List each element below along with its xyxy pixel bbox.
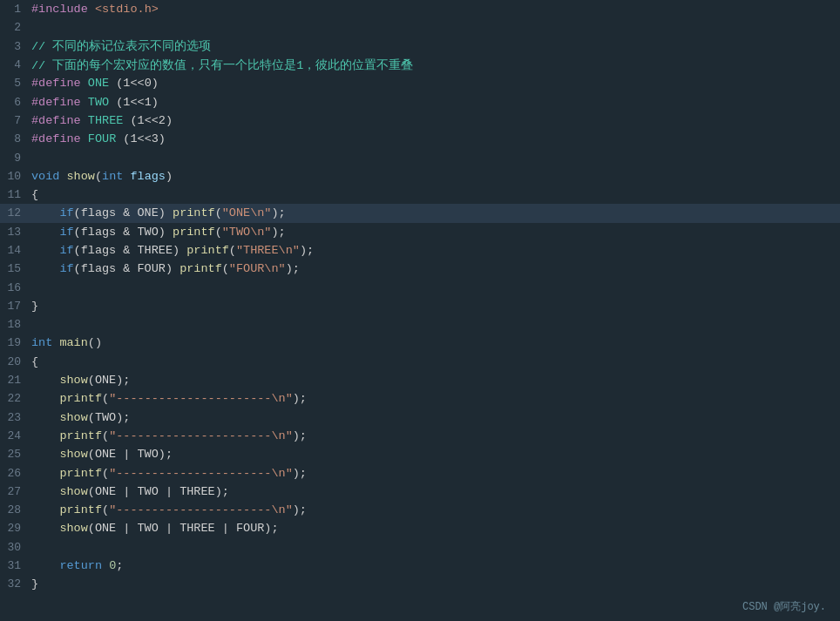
- line-number: 5: [0, 77, 31, 90]
- code-line: 20{: [0, 353, 840, 371]
- line-content: #define FOUR (1<<3): [31, 132, 166, 145]
- code-line: 3// 不同的标记位表示不同的选项: [0, 37, 840, 56]
- line-content: [31, 541, 38, 554]
- code-line: 14 if(flags & THREE) printf("THREE\n");: [0, 241, 840, 260]
- line-number: 30: [0, 541, 31, 554]
- line-number: 13: [0, 226, 31, 239]
- line-content: [31, 318, 38, 331]
- line-content: printf("----------------------\n");: [31, 392, 307, 405]
- code-line: 17}: [0, 297, 840, 315]
- line-number: 27: [0, 485, 31, 498]
- line-number: 19: [0, 336, 31, 349]
- code-line: 24 printf("----------------------\n");: [0, 427, 840, 445]
- line-content: int main(): [31, 336, 102, 349]
- code-line: 29 show(ONE | TWO | THREE | FOUR);: [0, 519, 840, 537]
- line-content: printf("----------------------\n");: [31, 429, 307, 442]
- line-number: 21: [0, 374, 31, 387]
- watermark: CSDN @阿亮joy.: [742, 599, 826, 614]
- line-content: {: [31, 355, 38, 368]
- code-line: 19int main(): [0, 334, 840, 352]
- line-content: // 下面的每个宏对应的数值，只有一个比特位是1，彼此的位置不重叠: [31, 57, 413, 73]
- line-number: 17: [0, 300, 31, 313]
- line-number: 20: [0, 355, 31, 368]
- line-content: #define THREE (1<<2): [31, 114, 173, 127]
- line-number: 15: [0, 262, 31, 275]
- line-number: 12: [0, 206, 31, 219]
- line-content: show(ONE);: [31, 374, 130, 387]
- line-content: if(flags & TWO) printf("TWO\n");: [31, 226, 286, 239]
- line-number: 28: [0, 503, 31, 516]
- line-number: 9: [0, 152, 31, 165]
- code-line: 21 show(ONE);: [0, 371, 840, 389]
- line-number: 23: [0, 411, 31, 424]
- code-line: 28 printf("----------------------\n");: [0, 501, 840, 519]
- code-line: 6#define TWO (1<<1): [0, 92, 840, 111]
- line-number: 25: [0, 448, 31, 461]
- line-content: // 不同的标记位表示不同的选项: [31, 38, 211, 54]
- code-line: 27 show(ONE | TWO | THREE);: [0, 483, 840, 501]
- code-line: 5#define ONE (1<<0): [0, 74, 840, 92]
- line-content: show(TWO);: [31, 411, 130, 424]
- line-content: #define ONE (1<<0): [31, 77, 159, 90]
- line-number: 22: [0, 392, 31, 405]
- line-content: printf("----------------------\n");: [31, 467, 307, 480]
- code-line: 16: [0, 278, 840, 296]
- code-editor: 1#include <stdio.h>2 3// 不同的标记位表示不同的选项4/…: [0, 0, 840, 621]
- line-content: [31, 21, 38, 34]
- line-content: void show(int flags): [31, 170, 173, 183]
- code-line: 13 if(flags & TWO) printf("TWO\n");: [0, 223, 840, 241]
- line-number: 18: [0, 318, 31, 331]
- code-line: 32}: [0, 575, 840, 593]
- code-line: 15 if(flags & FOUR) printf("FOUR\n");: [0, 260, 840, 278]
- code-line: 23 show(TWO);: [0, 408, 840, 427]
- line-number: 29: [0, 522, 31, 535]
- line-number: 10: [0, 170, 31, 183]
- code-line: 22 printf("----------------------\n");: [0, 389, 840, 408]
- code-line: 31 return 0;: [0, 557, 840, 575]
- line-number: 6: [0, 96, 31, 109]
- code-line: 18: [0, 315, 840, 334]
- code-line: 26 printf("----------------------\n");: [0, 463, 840, 482]
- line-content: if(flags & ONE) printf("ONE\n");: [31, 206, 286, 219]
- line-content: show(ONE | TWO | THREE | FOUR);: [31, 522, 279, 535]
- code-line: 9: [0, 148, 840, 166]
- line-content: show(ONE | TWO);: [31, 448, 173, 461]
- line-number: 11: [0, 188, 31, 201]
- line-content: show(ONE | TWO | THREE);: [31, 485, 229, 498]
- line-content: {: [31, 188, 38, 201]
- line-number: 14: [0, 244, 31, 257]
- line-number: 32: [0, 577, 31, 591]
- line-content: [31, 152, 38, 165]
- code-line: 12 if(flags & ONE) printf("ONE\n");: [0, 204, 840, 222]
- line-content: return 0;: [31, 559, 123, 572]
- code-line: 2: [0, 18, 840, 37]
- line-content: }: [31, 577, 38, 591]
- line-number: 3: [0, 40, 31, 53]
- line-number: 1: [0, 3, 31, 16]
- line-number: 24: [0, 429, 31, 442]
- line-content: [31, 281, 38, 294]
- code-line: 4// 下面的每个宏对应的数值，只有一个比特位是1，彼此的位置不重叠: [0, 56, 840, 74]
- code-line: 1#include <stdio.h>: [0, 0, 840, 18]
- code-line: 30: [0, 538, 840, 557]
- line-content: printf("----------------------\n");: [31, 503, 307, 516]
- line-number: 7: [0, 114, 31, 127]
- line-content: #define TWO (1<<1): [31, 96, 159, 109]
- line-number: 2: [0, 21, 31, 34]
- line-content: if(flags & THREE) printf("THREE\n");: [31, 244, 314, 257]
- line-number: 16: [0, 281, 31, 294]
- code-line: 11{: [0, 186, 840, 204]
- line-number: 8: [0, 132, 31, 145]
- code-line: 25 show(ONE | TWO);: [0, 445, 840, 463]
- line-number: 31: [0, 559, 31, 572]
- code-line: 7#define THREE (1<<2): [0, 111, 840, 130]
- line-number: 26: [0, 467, 31, 480]
- line-number: 4: [0, 58, 31, 71]
- line-content: if(flags & FOUR) printf("FOUR\n");: [31, 262, 300, 275]
- code-line: 10void show(int flags): [0, 167, 840, 186]
- line-content: }: [31, 300, 38, 313]
- line-content: #include <stdio.h>: [31, 3, 159, 16]
- code-line: 8#define FOUR (1<<3): [0, 130, 840, 148]
